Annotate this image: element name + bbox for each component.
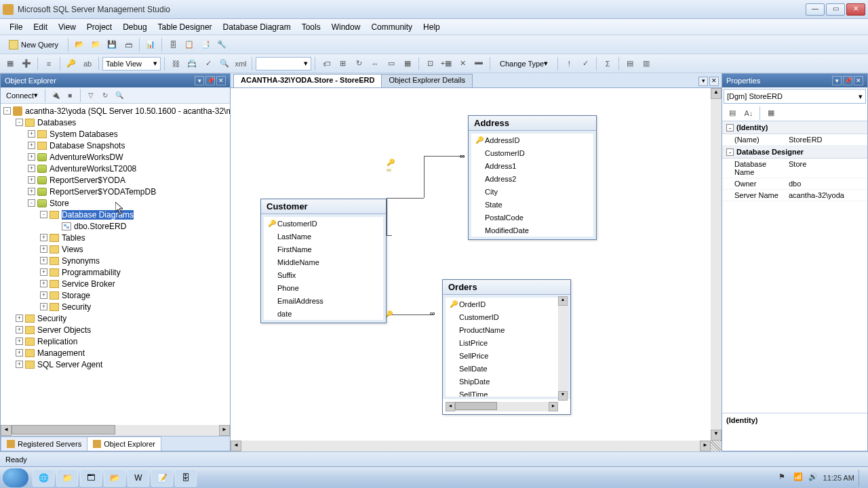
tab-list-dropdown-icon[interactable]: ▾ — [698, 77, 708, 86]
panel-close-icon[interactable]: ✕ — [216, 76, 226, 85]
table-orders[interactable]: Orders 🔑OrderID CustomerID ProductName L… — [442, 279, 571, 415]
tree-toggle[interactable]: - — [3, 107, 11, 115]
template-explorer-icon[interactable]: 📑 — [198, 37, 213, 52]
tree-server[interactable]: acantha-32\yoda (SQL Server 10.50.1600 -… — [25, 106, 230, 116]
tree-toggle[interactable]: + — [28, 142, 35, 149]
tree-toggle[interactable]: + — [28, 176, 35, 184]
tree-toggle[interactable]: + — [16, 349, 23, 357]
relationships-icon[interactable]: ⛓ — [168, 56, 183, 71]
recalculate-page-breaks-icon[interactable]: ↻ — [351, 56, 366, 71]
tree-server-objects[interactable]: Server Objects — [37, 325, 91, 335]
maximize-button[interactable]: ▭ — [826, 3, 845, 16]
zoom-to-fit-icon[interactable]: ⊡ — [422, 56, 437, 71]
panel-dropdown-icon[interactable]: ▾ — [195, 76, 204, 85]
new-query-button[interactable]: New Query — [3, 37, 64, 52]
alphabetical-icon[interactable]: A↓ — [741, 106, 756, 121]
tree-diagram-item[interactable]: dbo.StoreERD — [74, 222, 126, 231]
check-constraints-icon[interactable]: ✓ — [201, 56, 216, 71]
tree-toggle[interactable]: + — [28, 153, 35, 161]
tree-synonyms[interactable]: Synonyms — [62, 256, 100, 266]
add-related-tables-icon[interactable]: +▦ — [439, 56, 454, 71]
remove-from-diagram-icon[interactable]: ➖ — [471, 56, 486, 71]
table-customer[interactable]: Customer 🔑CustomerID LastName FirstName … — [260, 199, 387, 323]
tree-views[interactable]: Views — [62, 245, 83, 254]
tab-object-explorer[interactable]: Object Explorer — [87, 436, 161, 451]
properties-grid[interactable]: -(Identity) (Name)StoreERD -Database Des… — [722, 121, 867, 413]
tree-toggle[interactable]: - — [40, 211, 47, 218]
tree-toggle[interactable]: + — [40, 291, 47, 299]
arrange-selection-icon[interactable]: ▭ — [384, 56, 399, 71]
tree-system-databases[interactable]: System Databases — [50, 129, 118, 139]
tree-toggle[interactable]: + — [28, 130, 35, 138]
tree-storage[interactable]: Storage — [62, 291, 90, 300]
tree-toggle[interactable]: + — [16, 326, 23, 333]
start-button[interactable] — [3, 468, 28, 487]
save-all-icon[interactable]: 🗃 — [121, 37, 136, 52]
tree-toggle[interactable]: + — [28, 165, 35, 172]
verify-sql-icon[interactable]: ✓ — [578, 56, 593, 71]
new-table-icon[interactable]: ▦ — [3, 56, 18, 71]
categorized-icon[interactable]: ▤ — [725, 106, 740, 121]
panel-dropdown-icon[interactable]: ▾ — [832, 76, 842, 85]
menu-file[interactable]: File — [4, 20, 28, 34]
change-type-combo[interactable]: Change Type ▾ — [494, 56, 554, 71]
add-table-icon[interactable]: ➕ — [19, 56, 34, 71]
doc-tab-diagram[interactable]: ACANTHA-32\YODA.Store - StoreERD — [233, 74, 382, 87]
filter-icon[interactable]: ▽ — [85, 89, 97, 102]
menu-edit[interactable]: Edit — [28, 20, 53, 34]
open-file-icon[interactable]: 📂 — [72, 37, 87, 52]
menu-view[interactable]: View — [53, 20, 81, 34]
tree-hscroll[interactable]: ◄► — [1, 425, 230, 436]
search-icon[interactable]: 🔍 — [113, 89, 125, 102]
tree-toggle[interactable]: + — [40, 257, 47, 264]
tree-sql-server-agent[interactable]: SQL Server Agent — [37, 360, 102, 369]
table-vscroll[interactable]: ▲▼ — [558, 296, 568, 401]
menu-debug[interactable]: Debug — [117, 20, 152, 34]
canvas-vscroll[interactable]: ▲▼ — [711, 88, 722, 441]
tree-db[interactable]: AdventureWorksDW — [50, 152, 123, 162]
tree-toggle[interactable]: + — [40, 245, 47, 253]
table-view-combo[interactable]: Table View▾ — [102, 57, 161, 70]
new-text-annotation-icon[interactable]: ab — [80, 56, 95, 71]
tree-toggle[interactable]: + — [16, 361, 23, 368]
set-primary-key-icon[interactable]: 🔑 — [64, 56, 79, 71]
tree-toggle[interactable]: + — [16, 314, 23, 322]
group-by-icon[interactable]: Σ — [600, 56, 615, 71]
tab-registered-servers[interactable]: Registered Servers — [1, 436, 87, 451]
tree-database-diagrams[interactable]: Database Diagrams — [62, 210, 134, 220]
tray-network-icon[interactable]: 📶 — [793, 472, 804, 483]
panel-pin-icon[interactable]: 📌 — [843, 76, 852, 85]
tree-db[interactable]: ReportServer$YODA — [50, 176, 125, 185]
add-new-derived-icon[interactable]: ▥ — [639, 56, 654, 71]
property-pages-icon[interactable]: ▦ — [764, 106, 778, 121]
tree-tables[interactable]: Tables — [62, 233, 85, 243]
size-grip-icon[interactable] — [711, 441, 722, 451]
add-derived-table-icon[interactable]: ▤ — [623, 56, 637, 71]
generate-script-icon[interactable]: ≡ — [41, 56, 56, 71]
tree-service-broker[interactable]: Service Broker — [62, 279, 115, 289]
object-explorer-tree[interactable]: -acantha-32\yoda (SQL Server 10.50.1600 … — [1, 104, 230, 425]
open-project-icon[interactable]: 📁 — [88, 37, 103, 52]
menu-help[interactable]: Help — [418, 20, 446, 34]
doc-tab-details[interactable]: Object Explorer Details — [381, 74, 473, 87]
delete-tables-icon[interactable]: ✕ — [455, 56, 470, 71]
panel-pin-icon[interactable]: 📌 — [205, 76, 215, 85]
tree-toggle[interactable]: - — [16, 119, 23, 126]
save-icon[interactable]: 💾 — [104, 37, 119, 52]
zoom-combo[interactable]: ▾ — [256, 57, 311, 70]
xml-indexes-icon[interactable]: xml — [233, 56, 248, 71]
show-relationship-labels-icon[interactable]: 🏷 — [319, 56, 334, 71]
refresh-icon[interactable]: ↻ — [99, 89, 111, 102]
activity-monitor-icon[interactable]: 📊 — [143, 37, 158, 52]
menu-tools[interactable]: Tools — [296, 20, 326, 34]
tray-clock[interactable]: 11:25 AM — [823, 474, 854, 482]
tree-programmability[interactable]: Programmability — [62, 268, 121, 277]
panel-close-icon[interactable]: ✕ — [854, 76, 863, 85]
menu-project[interactable]: Project — [81, 20, 117, 34]
taskbar-app-icon[interactable]: 📝 — [151, 469, 173, 487]
tab-close-icon[interactable]: ✕ — [709, 77, 719, 86]
autosize-tables-icon[interactable]: ↔ — [368, 56, 382, 71]
show-desktop-button[interactable] — [859, 470, 865, 486]
tree-db[interactable]: AdventureWorksLT2008 — [50, 164, 136, 174]
table-address[interactable]: Address 🔑AddressID CustomerID Address1 A… — [468, 115, 597, 240]
